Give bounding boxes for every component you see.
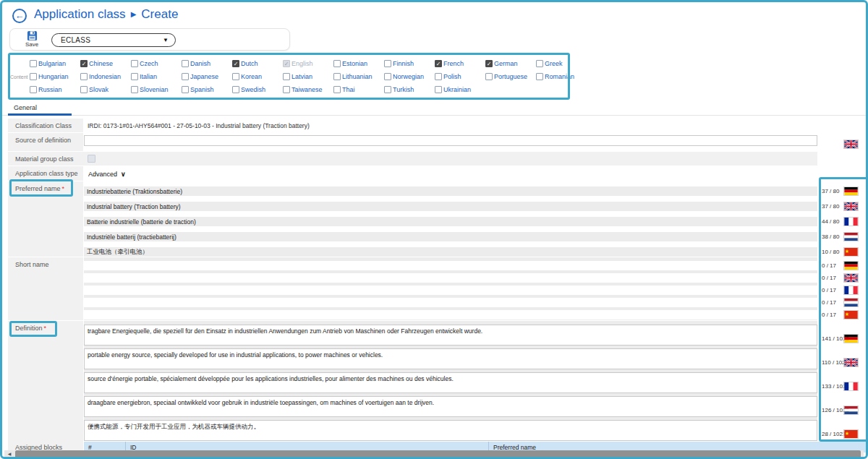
language-option-czech[interactable]: Czech bbox=[131, 60, 182, 67]
language-option-norwegian[interactable]: Norwegian bbox=[384, 73, 435, 80]
language-option-taiwanese[interactable]: Taiwanese bbox=[283, 86, 333, 93]
language-option-english[interactable]: ✓English bbox=[283, 60, 333, 67]
save-button[interactable]: Save bbox=[19, 30, 45, 50]
flag-france-icon bbox=[843, 217, 859, 226]
language-checkbox[interactable] bbox=[536, 73, 543, 80]
definition-textarea[interactable] bbox=[84, 372, 817, 393]
language-option-lithuanian[interactable]: Lithuanian bbox=[333, 73, 384, 80]
language-checkbox[interactable] bbox=[384, 60, 391, 67]
material-group-class-label: Material group class bbox=[8, 152, 83, 166]
char-count: 0 / 17 bbox=[822, 286, 836, 295]
language-checkbox[interactable] bbox=[435, 73, 442, 80]
language-option-french[interactable]: ✓French bbox=[435, 60, 485, 67]
definition-textarea[interactable] bbox=[84, 420, 817, 441]
language-option-japanese[interactable]: Japanese bbox=[182, 73, 232, 80]
language-label: Czech bbox=[140, 60, 158, 67]
back-button[interactable]: ← bbox=[12, 9, 27, 23]
language-checkbox[interactable] bbox=[80, 86, 88, 93]
language-option-danish[interactable]: Danish bbox=[182, 60, 232, 67]
language-option-dutch[interactable]: ✓Dutch bbox=[232, 60, 283, 67]
language-checkbox[interactable] bbox=[30, 73, 37, 80]
scrollbar-thumb[interactable] bbox=[15, 450, 861, 458]
language-option-korean[interactable]: Korean bbox=[232, 73, 283, 80]
application-class-type-select[interactable]: Advanced ∨ bbox=[85, 168, 129, 179]
language-option-slovenian[interactable]: Slovenian bbox=[131, 86, 182, 93]
preferred-name-input[interactable] bbox=[84, 202, 817, 211]
language-checkbox[interactable] bbox=[30, 60, 37, 67]
language-option-greek[interactable]: Greek bbox=[536, 60, 587, 67]
dictionary-select[interactable]: ECLASS ▼ bbox=[51, 33, 176, 47]
language-checkbox[interactable] bbox=[283, 73, 290, 80]
language-checkbox[interactable] bbox=[536, 60, 543, 67]
application-class-type-label: Application class type bbox=[8, 166, 83, 181]
language-option-turkish[interactable]: Turkish bbox=[384, 86, 435, 93]
language-option-hungarian[interactable]: Hungarian bbox=[30, 73, 80, 80]
tab-general[interactable]: General bbox=[8, 101, 72, 116]
language-label: Polish bbox=[443, 73, 461, 80]
language-option-chinese[interactable]: ✓Chinese bbox=[80, 60, 131, 67]
preferred-name-input[interactable] bbox=[84, 247, 817, 257]
breadcrumb-primary: Application class bbox=[34, 7, 126, 21]
definition-textarea[interactable] bbox=[84, 348, 817, 369]
language-checkbox[interactable]: ✓ bbox=[232, 60, 239, 67]
language-option-portuguese[interactable]: Portuguese bbox=[485, 73, 536, 80]
language-checkbox[interactable] bbox=[232, 73, 239, 80]
language-checkbox[interactable] bbox=[131, 86, 138, 93]
language-option-russian[interactable]: Russian bbox=[30, 86, 80, 93]
language-option-latvian[interactable]: Latvian bbox=[283, 73, 333, 80]
language-checkbox[interactable] bbox=[384, 86, 391, 93]
language-checkbox[interactable] bbox=[283, 86, 290, 93]
language-checkbox[interactable]: ✓ bbox=[485, 60, 493, 67]
language-checkbox[interactable] bbox=[30, 86, 37, 93]
language-checkbox[interactable] bbox=[182, 60, 189, 67]
definition-textarea[interactable] bbox=[84, 325, 817, 346]
short-name-input[interactable] bbox=[84, 298, 817, 307]
classification-class-label: Classification Class bbox=[8, 119, 83, 132]
source-of-definition-row: Source of definition bbox=[8, 133, 817, 151]
language-checkbox[interactable] bbox=[333, 73, 341, 80]
char-count: 0 / 17 bbox=[822, 298, 836, 307]
language-option-estonian[interactable]: Estonian bbox=[333, 60, 384, 67]
language-checkbox[interactable] bbox=[333, 86, 341, 93]
language-option-spanish[interactable]: Spanish bbox=[182, 86, 232, 93]
short-name-input[interactable] bbox=[84, 310, 817, 319]
language-checkbox[interactable] bbox=[232, 86, 239, 93]
definition-textarea[interactable] bbox=[84, 396, 817, 417]
language-option-slovak[interactable]: Slovak bbox=[80, 86, 131, 93]
language-option-italian[interactable]: Italian bbox=[131, 73, 182, 80]
flag-france-icon bbox=[843, 382, 859, 391]
preferred-name-input[interactable] bbox=[84, 186, 817, 196]
source-of-definition-input[interactable] bbox=[84, 135, 817, 146]
preferred-name-input[interactable] bbox=[84, 232, 817, 241]
short-name-input[interactable] bbox=[84, 286, 817, 295]
language-option-finnish[interactable]: Finnish bbox=[384, 60, 435, 67]
language-option-polish[interactable]: Polish bbox=[435, 73, 485, 80]
language-option-swedish[interactable]: Swedish bbox=[232, 86, 283, 93]
char-count: 0 / 17 bbox=[822, 310, 836, 319]
scrollbar-left-arrow[interactable]: ◀ bbox=[4, 450, 14, 458]
language-checkbox[interactable] bbox=[131, 60, 138, 67]
language-option-bulgarian[interactable]: Bulgarian bbox=[30, 60, 80, 67]
language-option-ukrainian[interactable]: Ukrainian bbox=[435, 86, 485, 93]
preferred-name-input[interactable] bbox=[84, 217, 817, 226]
language-checkbox[interactable] bbox=[333, 60, 341, 67]
language-checkbox[interactable] bbox=[182, 73, 189, 80]
language-checkbox[interactable] bbox=[435, 86, 442, 93]
language-option-thai[interactable]: Thai bbox=[333, 86, 384, 93]
material-group-class-checkbox[interactable] bbox=[88, 155, 95, 163]
language-checkbox[interactable]: ✓ bbox=[435, 60, 442, 67]
horizontal-scrollbar[interactable]: ◀ bbox=[4, 450, 864, 458]
preferred-name-label: Preferred name* bbox=[8, 181, 83, 257]
short-name-input[interactable] bbox=[84, 273, 817, 283]
char-count: 0 / 17 bbox=[822, 261, 836, 270]
language-checkbox[interactable] bbox=[131, 73, 138, 80]
language-option-romanian[interactable]: Romanian bbox=[536, 73, 587, 80]
language-checkbox[interactable]: ✓ bbox=[80, 60, 88, 67]
language-checkbox[interactable] bbox=[384, 73, 391, 80]
language-option-german[interactable]: ✓German bbox=[485, 60, 536, 67]
language-checkbox[interactable] bbox=[80, 73, 88, 80]
language-checkbox[interactable] bbox=[485, 73, 493, 80]
short-name-input[interactable] bbox=[84, 261, 817, 270]
language-option-indonesian[interactable]: Indonesian bbox=[80, 73, 131, 80]
language-checkbox[interactable] bbox=[182, 86, 189, 93]
